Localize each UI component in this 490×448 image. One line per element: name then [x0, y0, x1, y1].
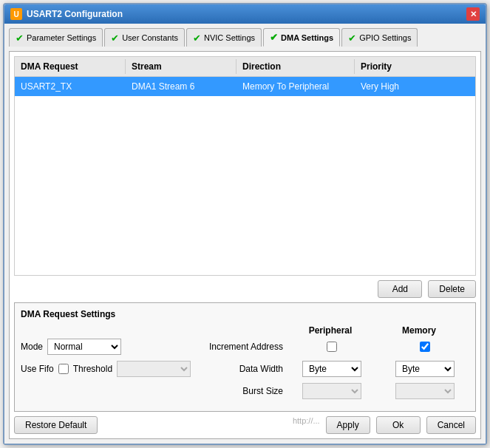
memory-increment-checkbox[interactable] — [420, 342, 430, 352]
increment-address-section: Increment Address — [194, 342, 469, 352]
use-fifo-label: Use Fifo — [21, 364, 54, 374]
tab-check-icon: ✔ — [193, 33, 201, 44]
peripheral-increment-checkbox[interactable] — [327, 342, 337, 352]
cell-direction: Memory To Peripheral — [237, 79, 355, 94]
bottom-right-buttons: http://... Apply Ok Cancel — [293, 416, 476, 434]
fifo-section: Use Fifo Threshold — [21, 361, 235, 377]
table-row[interactable]: USART2_TX DMA1 Stream 6 Memory To Periph… — [15, 77, 475, 96]
peripheral-burst-select[interactable] — [302, 383, 361, 399]
col-stream: Stream — [126, 59, 237, 74]
tab-label: NVIC Settings — [204, 33, 255, 42]
watermark: http://... — [293, 416, 320, 434]
memory-dw-area: Byte Half Word Word — [381, 361, 469, 377]
mode-label: Mode — [21, 342, 43, 352]
memory-bs-area — [381, 383, 469, 399]
peripheral-dw-area: Byte Half Word Word — [287, 361, 376, 377]
burst-size-label: Burst Size — [242, 386, 283, 396]
memory-data-width-select[interactable]: Byte Half Word Word — [395, 361, 455, 377]
cancel-button[interactable]: Cancel — [426, 416, 476, 434]
tab-label: User Constants — [122, 33, 178, 42]
col-direction: Direction — [237, 59, 355, 74]
threshold-select[interactable] — [117, 361, 191, 377]
memory-burst-select[interactable] — [395, 383, 455, 399]
main-window: U USART2 Configuration ✕ ✔ Parameter Set… — [3, 3, 487, 445]
cell-priority: Very High — [355, 79, 466, 94]
memory-increment-checkbox-area — [381, 342, 469, 352]
cell-stream: DMA1 Stream 6 — [126, 79, 237, 94]
col-dma-request: DMA Request — [15, 59, 126, 74]
restore-default-button[interactable]: Restore Default — [14, 416, 98, 434]
peripheral-col-header: Peripheral — [286, 325, 375, 336]
tab-gpio-settings[interactable]: ✔ GPIO Settings — [341, 28, 418, 47]
dma-table: DMA Request Stream Direction Priority US… — [14, 56, 476, 276]
window-icon: U — [10, 8, 22, 20]
tab-dma-settings[interactable]: ✔ DMA Settings — [263, 28, 340, 47]
main-panel: DMA Request Stream Direction Priority US… — [9, 51, 481, 439]
table-body: USART2_TX DMA1 Stream 6 Memory To Periph… — [15, 77, 475, 275]
close-button[interactable]: ✕ — [466, 7, 480, 21]
table-buttons: Add Delete — [14, 276, 476, 302]
add-button[interactable]: Add — [378, 280, 422, 298]
peripheral-bs-area — [287, 383, 376, 399]
cell-dma-request: USART2_TX — [15, 79, 126, 94]
burst-size-section: Burst Size — [242, 383, 469, 399]
increment-address-label: Increment Address — [209, 342, 283, 352]
content-area: ✔ Parameter Settings ✔ User Constants ✔ … — [4, 24, 486, 444]
window-title: USART2 Configuration — [27, 9, 123, 19]
burst-row: Burst Size — [21, 383, 469, 399]
tab-check-icon: ✔ — [111, 33, 119, 44]
tab-label: GPIO Settings — [359, 33, 411, 42]
col-headers-row: Peripheral Memory — [21, 325, 469, 336]
apply-button[interactable]: Apply — [326, 416, 370, 434]
tab-user-constants[interactable]: ✔ User Constants — [104, 28, 185, 47]
peripheral-data-width-select[interactable]: Byte Half Word Word — [302, 361, 361, 377]
memory-col-header: Memory — [375, 325, 463, 336]
mode-row: Mode Normal Circular Increment Address — [21, 339, 469, 355]
use-fifo-checkbox[interactable] — [58, 364, 69, 374]
data-width-section: Data Width Byte Half Word Word Byte — [239, 361, 469, 377]
ok-button[interactable]: Ok — [376, 416, 421, 434]
peripheral-increment-checkbox-area — [287, 342, 376, 352]
mode-select[interactable]: Normal Circular — [47, 339, 121, 355]
table-header: DMA Request Stream Direction Priority — [15, 57, 475, 77]
tab-check-icon: ✔ — [16, 33, 24, 44]
fifo-row: Use Fifo Threshold Data Width Byte Half … — [21, 361, 469, 377]
tab-bar: ✔ Parameter Settings ✔ User Constants ✔ … — [9, 28, 481, 47]
tab-check-icon: ✔ — [270, 32, 278, 43]
data-width-label: Data Width — [239, 364, 283, 374]
tab-parameter-settings[interactable]: ✔ Parameter Settings — [9, 28, 103, 47]
title-bar: U USART2 Configuration ✕ — [4, 4, 486, 24]
delete-button[interactable]: Delete — [428, 280, 476, 298]
tab-check-icon: ✔ — [348, 33, 356, 44]
settings-title: DMA Request Settings — [21, 309, 469, 319]
dma-request-settings: DMA Request Settings Peripheral Memory M… — [14, 302, 476, 412]
bottom-bar: Restore Default http://... Apply Ok Canc… — [14, 412, 476, 434]
tab-nvic-settings[interactable]: ✔ NVIC Settings — [186, 28, 262, 47]
tab-label: DMA Settings — [281, 33, 333, 42]
mode-section: Mode Normal Circular — [21, 339, 190, 355]
col-priority: Priority — [355, 59, 466, 74]
tab-label: Parameter Settings — [27, 33, 96, 42]
threshold-label: Threshold — [73, 364, 112, 374]
